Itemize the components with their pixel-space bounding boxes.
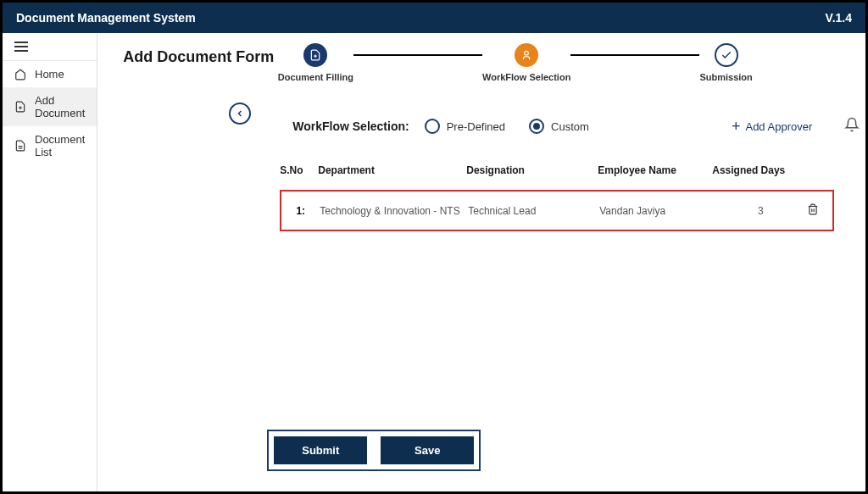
cell-department: Technology & Innovation - NTS — [320, 205, 468, 217]
sidebar-item-label: Home — [35, 68, 64, 80]
doc-list-icon — [14, 140, 26, 152]
step-label: WorkFlow Selection — [482, 72, 570, 82]
main-container: Home Add Document Document List Add Docu… — [3, 33, 865, 491]
col-days: Assigned Days — [712, 164, 805, 176]
workflow-step-icon — [515, 43, 538, 67]
hamburger-icon — [14, 42, 28, 52]
step-connector — [353, 54, 482, 56]
col-department: Department — [318, 164, 466, 176]
delete-icon[interactable] — [807, 203, 832, 218]
step-connector — [570, 54, 699, 56]
radio-label: Pre-Defined — [447, 120, 505, 133]
step-document-filling[interactable]: Document Filling — [278, 43, 353, 82]
workflow-radio-group: Pre-Defined Custom — [425, 119, 589, 134]
step-label: Document Filling — [278, 72, 353, 82]
workflow-label: WorkFlow Selection: — [292, 119, 409, 133]
svg-point-6 — [525, 51, 529, 55]
sidebar-item-home[interactable]: Home — [3, 61, 97, 87]
radio-icon — [529, 119, 544, 134]
cell-days: 3 — [714, 205, 807, 217]
approver-table: S.No Department Designation Employee Nam… — [123, 159, 860, 231]
cell-employee: Vandan Javiya — [599, 205, 714, 217]
table-header: S.No Department Designation Employee Nam… — [280, 159, 834, 181]
submission-step-icon — [715, 43, 738, 67]
table-row: 1: Technology & Innovation - NTS Technic… — [280, 190, 834, 231]
add-approver-button[interactable]: + Add Approver — [732, 118, 812, 136]
home-icon — [14, 69, 26, 80]
doc-fill-icon — [303, 43, 327, 67]
add-approver-label: Add Approver — [745, 120, 812, 133]
col-sno: S.No — [280, 164, 318, 176]
save-button[interactable]: Save — [381, 436, 474, 464]
radio-predefined[interactable]: Pre-Defined — [425, 119, 505, 134]
sidebar-item-label: Document List — [35, 133, 85, 158]
app-title: Document Management System — [16, 11, 196, 25]
col-designation: Designation — [466, 164, 598, 176]
radio-label: Custom — [551, 120, 589, 133]
cell-sno: 1: — [281, 205, 320, 217]
plus-icon: + — [732, 118, 741, 136]
content-area: Add Document Form Document Filling WorkF… — [97, 33, 868, 491]
bell-icon[interactable] — [844, 117, 860, 136]
action-buttons: Submit Save — [267, 430, 481, 471]
step-label: Submission — [699, 72, 752, 82]
cell-designation: Technical Lead — [468, 205, 599, 217]
add-doc-icon — [14, 101, 26, 113]
app-version: V.1.4 — [826, 11, 852, 25]
top-bar: Document Management System V.1.4 — [3, 3, 865, 33]
submit-button[interactable]: Submit — [274, 436, 367, 464]
sidebar-item-label: Add Document — [35, 94, 85, 119]
radio-icon — [425, 119, 440, 134]
step-submission[interactable]: Submission — [699, 43, 752, 82]
col-employee: Employee Name — [598, 164, 712, 176]
stepper: Document Filling WorkFlow Selection Subm… — [278, 43, 753, 82]
sidebar-item-add-document[interactable]: Add Document — [3, 87, 97, 126]
sidebar-item-document-list[interactable]: Document List — [3, 126, 97, 165]
radio-custom[interactable]: Custom — [529, 119, 589, 134]
hamburger-menu[interactable] — [3, 33, 97, 61]
step-workflow-selection[interactable]: WorkFlow Selection — [482, 43, 570, 82]
sidebar: Home Add Document Document List — [3, 33, 97, 491]
